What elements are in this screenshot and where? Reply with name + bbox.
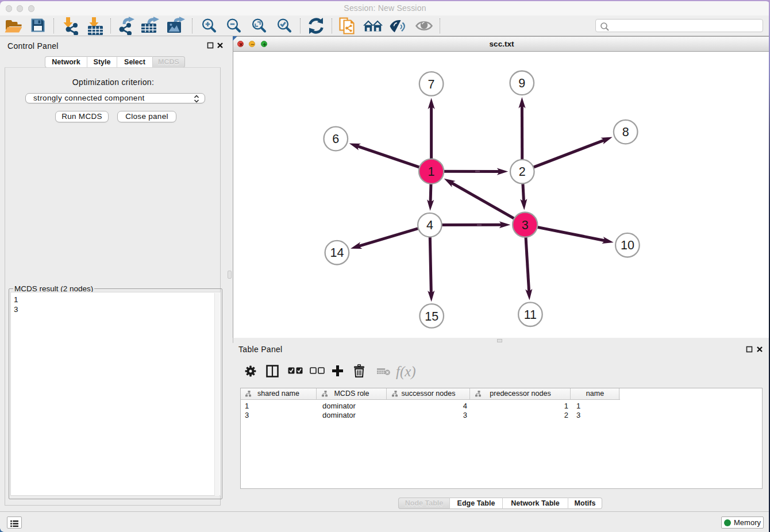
svg-text:15: 15: [425, 310, 438, 323]
svg-text:8: 8: [622, 125, 629, 139]
svg-text:3: 3: [522, 218, 529, 232]
svg-text:1: 1: [428, 165, 435, 179]
svg-text:14: 14: [330, 246, 344, 260]
svg-text:11: 11: [524, 308, 537, 322]
svg-text:4: 4: [426, 218, 433, 232]
svg-text:9: 9: [518, 76, 525, 90]
svg-text:2: 2: [519, 165, 526, 179]
svg-text:7: 7: [428, 78, 435, 91]
svg-text:6: 6: [332, 132, 339, 146]
svg-text:10: 10: [621, 238, 634, 252]
